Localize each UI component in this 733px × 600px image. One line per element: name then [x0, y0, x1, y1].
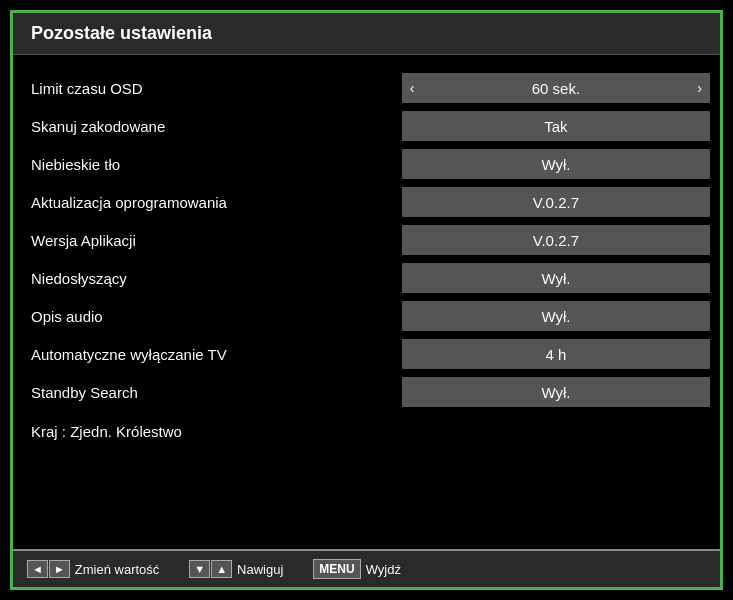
menu-exit-label: Wyjdź	[366, 562, 401, 577]
change-value-label: Zmień wartość	[75, 562, 160, 577]
table-row: Automatyczne wyłączanie TV4 h	[13, 335, 720, 373]
setting-value-box: V.0.2.7	[402, 225, 710, 255]
down-arrow-icon[interactable]: ▼	[189, 560, 210, 578]
table-row: Wersja AplikacjiV.0.2.7	[13, 221, 720, 259]
left-right-arrows: ◄ ►	[27, 560, 70, 578]
menu-hint: MENU Wyjdź	[313, 559, 401, 579]
setting-label: Opis audio	[13, 297, 402, 335]
setting-value-cell: Tak	[402, 107, 720, 145]
navigate-hint: ▼ ▲ Nawiguj	[189, 560, 283, 578]
setting-label: Limit czasu OSD	[13, 69, 402, 107]
setting-value-box[interactable]: ‹60 sek.›	[402, 73, 710, 103]
setting-label: Niedosłyszący	[13, 259, 402, 297]
setting-value-box: Wył.	[402, 377, 710, 407]
table-row: Standby SearchWył.	[13, 373, 720, 411]
setting-value-box: V.0.2.7	[402, 187, 710, 217]
setting-value-box: Wył.	[402, 149, 710, 179]
table-row: Skanuj zakodowaneTak	[13, 107, 720, 145]
country-label: Kraj	[31, 423, 58, 440]
setting-value-cell: Wył.	[402, 373, 720, 411]
footer-info: Kraj : Zjedn. Królestwo	[13, 411, 720, 448]
setting-value-cell: Wył.	[402, 145, 720, 183]
setting-value-cell: 4 h	[402, 335, 720, 373]
setting-value-box: Tak	[402, 111, 710, 141]
title-bar: Pozostałe ustawienia	[13, 13, 720, 55]
table-row: Opis audioWył.	[13, 297, 720, 335]
content-area: Limit czasu OSD‹60 sek.›Skanuj zakodowan…	[13, 55, 720, 549]
setting-label: Automatyczne wyłączanie TV	[13, 335, 402, 373]
setting-value-cell: V.0.2.7	[402, 221, 720, 259]
setting-value-box: Wył.	[402, 301, 710, 331]
setting-label: Niebieskie tło	[13, 145, 402, 183]
setting-label: Wersja Aplikacji	[13, 221, 402, 259]
table-row: NiedosłyszącyWył.	[13, 259, 720, 297]
setting-value-cell: Wył.	[402, 259, 720, 297]
table-row: Limit czasu OSD‹60 sek.›	[13, 69, 720, 107]
table-row: Niebieskie tłoWył.	[13, 145, 720, 183]
setting-label: Aktualizacja oprogramowania	[13, 183, 402, 221]
value-right-arrow-icon[interactable]: ›	[697, 80, 702, 96]
setting-label: Standby Search	[13, 373, 402, 411]
setting-value-cell: Wył.	[402, 297, 720, 335]
setting-value-cell: ‹60 sek.›	[402, 69, 720, 107]
country-separator: :	[62, 423, 70, 440]
up-arrow-icon[interactable]: ▲	[211, 560, 232, 578]
right-arrow-icon[interactable]: ►	[49, 560, 70, 578]
setting-value-text: 60 sek.	[415, 80, 698, 97]
menu-button-label[interactable]: MENU	[313, 559, 360, 579]
country-value: Zjedn. Królestwo	[70, 423, 182, 440]
table-row: Aktualizacja oprogramowaniaV.0.2.7	[13, 183, 720, 221]
up-down-arrows: ▼ ▲	[189, 560, 232, 578]
setting-label: Skanuj zakodowane	[13, 107, 402, 145]
setting-value-box: Wył.	[402, 263, 710, 293]
setting-value-box: 4 h	[402, 339, 710, 369]
change-value-hint: ◄ ► Zmień wartość	[27, 560, 159, 578]
bottom-bar: ◄ ► Zmień wartość ▼ ▲ Nawiguj MENU Wyjdź	[13, 549, 720, 587]
settings-table: Limit czasu OSD‹60 sek.›Skanuj zakodowan…	[13, 69, 720, 411]
page-title: Pozostałe ustawienia	[31, 23, 212, 43]
navigate-label: Nawiguj	[237, 562, 283, 577]
left-arrow-icon[interactable]: ◄	[27, 560, 48, 578]
setting-value-cell: V.0.2.7	[402, 183, 720, 221]
screen: Pozostałe ustawienia Limit czasu OSD‹60 …	[10, 10, 723, 590]
